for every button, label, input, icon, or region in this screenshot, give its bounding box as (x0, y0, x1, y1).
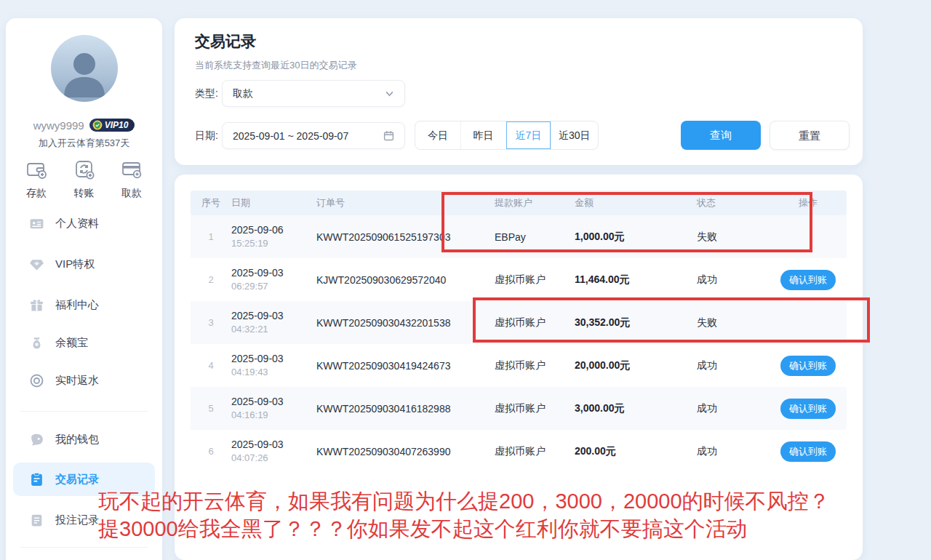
row-order-number: KJWT202509030629572040 (316, 274, 495, 286)
sidebar-divider (20, 547, 148, 548)
chevron-down-icon (385, 89, 394, 98)
confirm-received-button[interactable]: 确认到账 (780, 441, 836, 462)
table-row: 2 2025-09-03 06:29:57 KJWT20250903062957… (191, 258, 847, 301)
table-body: 1 2025-09-06 15:25:19 KWWT20250906152519… (191, 215, 847, 473)
person-silhouette-icon (58, 45, 111, 97)
row-status: 成功 (697, 273, 770, 287)
confirm-received-button[interactable]: 确认到账 (780, 356, 836, 376)
highlight-box-row1 (441, 192, 812, 252)
deposit-wallet-icon (25, 158, 48, 181)
type-select[interactable]: 取款 (222, 80, 405, 107)
header-index: 序号 (191, 196, 231, 209)
row-time-value: 06:29:57 (231, 280, 316, 293)
table-row: 4 2025-09-03 04:19:43 KWWT20250903041942… (191, 344, 847, 387)
row-index: 6 (191, 446, 231, 457)
row-amount: 200.00元 (575, 445, 697, 458)
type-filter-label: 类型: (195, 80, 218, 107)
table-row: 5 2025-09-03 04:16:19 KWWT20250903041618… (191, 387, 847, 430)
sidebar-divider (20, 411, 148, 412)
sidebar-item-welfare[interactable]: 福利中心 (13, 290, 155, 319)
row-time-value: 04:19:43 (231, 366, 316, 379)
row-date: 2025-09-06 15:25:19 (231, 223, 316, 250)
row-date: 2025-09-03 04:07:26 (231, 438, 316, 465)
sidebar-item-profile[interactable]: 个人资料 (13, 209, 155, 238)
row-date-value: 2025-09-03 (231, 438, 316, 452)
row-date-value: 2025-09-03 (231, 352, 316, 366)
row-order-number: KWWT202509030419424673 (316, 360, 495, 372)
row-date-value: 2025-09-03 (231, 266, 316, 280)
withdraw-label: 取款 (121, 187, 142, 200)
row-date: 2025-09-03 04:16:19 (231, 395, 316, 422)
avatar[interactable] (51, 35, 118, 102)
rebate-icon (29, 373, 44, 388)
withdraw-button[interactable]: 取款 (120, 158, 143, 200)
row-status: 成功 (697, 445, 770, 458)
row-index: 1 (191, 231, 231, 242)
row-withdraw-account: 虚拟币账户 (495, 359, 575, 372)
sidebar-item-wallet[interactable]: 我的钱包 (13, 425, 155, 454)
sidebar-item-label: 福利中心 (55, 298, 99, 312)
row-withdraw-account: 虚拟币账户 (495, 445, 575, 458)
confirm-received-button[interactable]: 确认到账 (780, 399, 836, 419)
id-card-icon (29, 216, 44, 231)
row-time-value: 04:16:19 (231, 409, 316, 422)
row-date: 2025-09-03 06:29:57 (231, 266, 316, 293)
wallet-icon (29, 432, 44, 447)
transaction-record-icon (29, 472, 44, 487)
row-order-number: KWWT202509030416182988 (316, 403, 495, 415)
sidebar-item-rebate[interactable]: 实时返水 (13, 366, 155, 395)
sidebar-item-label: 实时返水 (55, 374, 99, 388)
vip-badge-label: VIP10 (105, 120, 129, 130)
date-range-input[interactable]: 2025-09-01 ~ 2025-09-07 (222, 122, 405, 149)
row-index: 2 (191, 274, 231, 285)
range-last7days-button[interactable]: 近7日 (506, 121, 551, 149)
row-amount: 3,000.00元 (575, 402, 697, 415)
range-today-button[interactable]: 今日 (415, 121, 460, 149)
row-status: 成功 (697, 402, 770, 415)
row-date-value: 2025-09-03 (231, 395, 316, 409)
quick-actions: 存款 转账 取款 (6, 158, 162, 200)
deposit-button[interactable]: 存款 (25, 158, 48, 200)
row-withdraw-account: 虚拟币账户 (495, 273, 575, 287)
money-bag-icon (29, 335, 44, 351)
row-index: 4 (191, 360, 231, 371)
sidebar-item-label: 我的钱包 (55, 433, 99, 447)
range-last30days-button[interactable]: 近30日 (551, 121, 598, 149)
transfer-button[interactable]: 转账 (73, 158, 96, 200)
withdraw-card-icon (120, 158, 143, 181)
sidebar-item-label: 余额宝 (55, 336, 88, 350)
transfer-label: 转账 (74, 187, 95, 200)
sidebar-item-vip[interactable]: VIP特权 (13, 249, 155, 279)
transfer-icon (73, 158, 96, 181)
bet-record-icon (29, 513, 44, 528)
search-button[interactable]: 查询 (681, 121, 761, 150)
row-date-value: 2025-09-06 (231, 223, 316, 237)
complaint-line-1: 玩不起的开云体育，如果我有问题为什么提200，3000，20000的时候不风控？ (98, 487, 927, 515)
vip-shield-icon (92, 120, 103, 130)
complaint-line-2: 提30000给我全黑了？？？你如果发不起这个红利你就不要搞这个活动 (98, 515, 927, 543)
table-row: 6 2025-09-03 04:07:26 KWWT20250903040726… (191, 430, 847, 473)
row-date-value: 2025-09-03 (231, 309, 316, 323)
reset-button[interactable]: 重置 (770, 121, 850, 150)
header-date: 日期 (231, 196, 316, 209)
confirm-received-button[interactable]: 确认到账 (780, 270, 836, 290)
date-filter-label: 日期: (195, 122, 218, 149)
row-withdraw-account: 虚拟币账户 (495, 402, 575, 415)
type-select-value: 取款 (233, 87, 385, 100)
page-subtitle: 当前系统支持查询最近30日的交易记录 (195, 59, 356, 72)
row-date: 2025-09-03 04:19:43 (231, 352, 316, 379)
filter-panel: 交易记录 当前系统支持查询最近30日的交易记录 类型: 取款 日期: 2025-… (175, 18, 863, 165)
range-yesterday-button[interactable]: 昨日 (460, 121, 506, 149)
username: wywy9999 (33, 119, 84, 132)
date-range-value: 2025-09-01 ~ 2025-09-07 (233, 130, 383, 142)
sidebar-item-label: 个人资料 (55, 217, 99, 231)
sidebar-item-yuebao[interactable]: 余额宝 (13, 328, 155, 357)
row-time-value: 15:25:19 (231, 237, 316, 250)
row-status: 成功 (697, 359, 770, 372)
join-days-text: 加入开云体育第537天 (6, 137, 162, 150)
vip-badge: VIP10 (89, 119, 135, 132)
gift-icon (29, 297, 44, 313)
sidebar-item-label: VIP特权 (55, 257, 95, 271)
transaction-records-page: wywy9999 VIP10 加入开云体育第537天 存款 (0, 0, 931, 560)
row-time-value: 04:07:26 (231, 452, 316, 465)
